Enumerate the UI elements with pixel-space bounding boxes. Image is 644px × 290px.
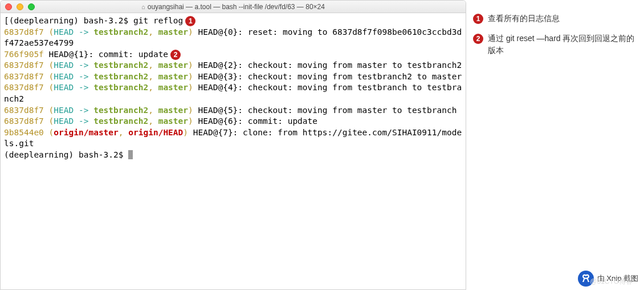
badge-1: 1 — [185, 16, 195, 26]
command-text: git reflog — [133, 16, 183, 25]
reflog-line: 6837d8f7 (HEAD -> testbranch2, master) H… — [4, 116, 317, 126]
close-button[interactable] — [5, 3, 12, 10]
annotation-text: 通过 git reset —hard 再次回到回退之前的版本 — [488, 33, 638, 57]
annotation-badge-1: 1 — [473, 14, 483, 24]
window-titlebar[interactable]: ⌂ ouyangsihai — a.tool — bash --init-fil… — [1, 1, 466, 13]
cursor — [128, 150, 133, 159]
prompt-line-2: (deeplearning) bash-3.2$ — [4, 150, 133, 159]
prompt-line-1: [(deeplearning) bash-3.2$ git reflog1 — [4, 16, 195, 25]
badge-2: 2 — [170, 50, 181, 60]
terminal-output[interactable]: [(deeplearning) bash-3.2$ git reflog1 68… — [1, 13, 466, 163]
blog-watermark: @51CTO博客 — [590, 277, 633, 287]
home-icon: ⌂ — [141, 3, 145, 10]
reflog-line: 6837d8f7 (HEAD -> testbranch2, master) H… — [4, 106, 456, 115]
reflog-line: 766f905f HEAD@{1}: commit: update2 — [4, 50, 181, 59]
maximize-button[interactable] — [28, 3, 35, 10]
annotation-text: 查看所有的日志信息 — [488, 13, 560, 25]
annotation-badge-2: 2 — [473, 34, 483, 44]
annotation-item: 2 通过 git reset —hard 再次回到回退之前的版本 — [473, 33, 638, 57]
reflog-line: 6837d8f7 (HEAD -> testbranch2, master) H… — [4, 27, 462, 48]
reflog-line: 6837d8f7 (HEAD -> testbranch2, master) H… — [4, 61, 462, 70]
reflog-line: 6837d8f7 (HEAD -> testbranch2, master) H… — [4, 72, 462, 81]
annotation-item: 1 查看所有的日志信息 — [473, 13, 638, 25]
traffic-lights — [5, 3, 35, 10]
reflog-line: 9b8544e0 (origin/master, origin/HEAD) HE… — [4, 128, 462, 148]
window-title: ⌂ ouyangsihai — a.tool — bash --init-fil… — [141, 3, 325, 11]
window-title-text: ouyangsihai — a.tool — bash --init-file … — [148, 3, 325, 11]
minimize-button[interactable] — [17, 3, 23, 10]
reflog-line: 6837d8f7 (HEAD -> testbranch2, master) H… — [4, 83, 462, 103]
annotations-panel: 1 查看所有的日志信息 2 通过 git reset —hard 再次回到回退之… — [473, 13, 638, 65]
terminal-window: ⌂ ouyangsihai — a.tool — bash --init-fil… — [0, 0, 466, 290]
